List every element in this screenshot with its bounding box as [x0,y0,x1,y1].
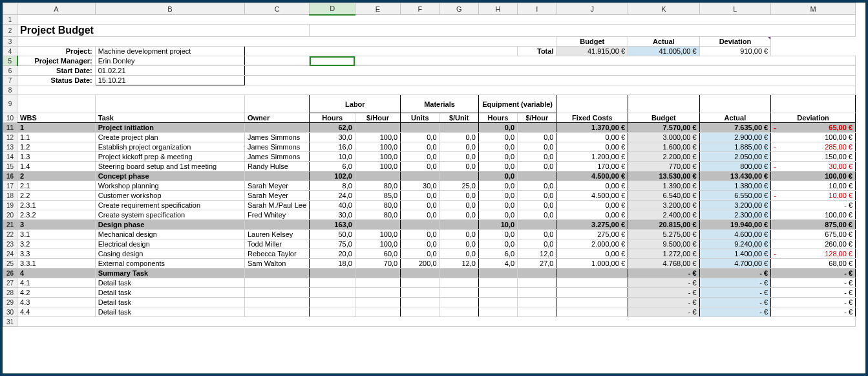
cell-wbs[interactable]: 3.1 [17,230,96,239]
cell-task[interactable]: Steering board setup and 1st meeting [95,162,244,171]
cell-deviation[interactable]: - € [771,269,856,278]
cell-task[interactable]: Detail task [95,298,244,307]
cell-fixed[interactable] [556,298,628,307]
cell-units[interactable] [401,220,439,230]
cell-budget[interactable]: 1.272,00 € [628,249,700,259]
table-row[interactable]: 202.3.2Create system specificationFred W… [3,210,856,220]
cell-deviation[interactable]: - € [771,307,856,317]
cell-labor-hours[interactable] [310,288,355,298]
cell-fixed[interactable]: 170,00 € [556,162,628,171]
col-A[interactable]: A [17,3,96,15]
cell-equip-hours[interactable]: 0,0 [478,162,517,171]
cell-equip-rate[interactable]: 0,0 [518,239,556,249]
cell-labor-rate[interactable]: 85,0 [355,191,400,201]
cell-units[interactable] [401,298,439,307]
cell-budget[interactable]: 2.400,00 € [628,210,700,220]
cell-equip-hours[interactable]: 4,0 [478,259,517,269]
cell-budget[interactable]: 6.540,00 € [628,191,700,201]
cell-actual[interactable]: - € [699,278,771,288]
cell-labor-rate[interactable]: 80,0 [355,181,400,191]
cell-labor-rate[interactable]: 80,0 [355,210,400,220]
cell-fixed[interactable]: 4.500,00 € [556,171,628,181]
cell-equip-rate[interactable]: 0,0 [518,210,556,220]
table-row[interactable]: 213Design phase163,010,03.275,00 €20.815… [3,220,856,230]
cell-task[interactable]: Workshop planning [95,181,244,191]
cell-wbs[interactable]: 4.3 [17,298,96,307]
cell-equip-hours[interactable]: 0,0 [478,181,517,191]
cell-labor-hours[interactable] [310,307,355,317]
row-24[interactable]: 24 [3,249,17,259]
cell-task[interactable]: Project initiation [95,123,244,133]
row-5[interactable]: 5 [3,56,17,66]
cell-deviation[interactable]: - € [771,288,856,298]
cell-budget[interactable]: 3.000,00 € [628,133,700,142]
cell-equip-rate[interactable]: 0,0 [518,162,556,171]
table-row[interactable]: 192.3.1Create requirement specificationS… [3,201,856,210]
cell-budget[interactable]: 2.200,00 € [628,152,700,162]
cell-wbs[interactable]: 2.3.1 [17,201,96,210]
cell-equip-hours[interactable] [478,288,517,298]
cell-deviation[interactable]: - € [771,278,856,288]
cell-actual[interactable]: 2.900,00 € [699,133,771,142]
cell-labor-hours[interactable]: 62,0 [310,123,355,133]
active-cell[interactable] [310,56,355,66]
cell-equip-hours[interactable]: 0,0 [478,133,517,142]
table-row[interactable]: 253.3.1External componentsSam Walton18,0… [3,259,856,269]
cell-unit-rate[interactable]: 0,0 [439,210,478,220]
cell-actual[interactable]: - € [699,269,771,278]
cell-owner[interactable] [244,171,310,181]
cell-unit-rate[interactable] [439,171,478,181]
cell-owner[interactable]: Sarah M./Paul Lee [244,201,310,210]
cell-labor-rate[interactable] [355,298,400,307]
cell-equip-hours[interactable]: 10,0 [478,220,517,230]
cell-equip-hours[interactable]: 6,0 [478,249,517,259]
cell-fixed[interactable]: 1.000,00 € [556,259,628,269]
cell-deviation[interactable]: 68,00 € [771,259,856,269]
row-8[interactable]: 8 [3,85,17,95]
row-4[interactable]: 4 [3,47,17,56]
cell-equip-rate[interactable]: 0,0 [518,152,556,162]
cell-labor-hours[interactable]: 163,0 [310,220,355,230]
cell-actual[interactable]: - € [699,307,771,317]
row-18[interactable]: 18 [3,191,17,201]
cell-fixed[interactable]: 0,00 € [556,201,628,210]
cell-unit-rate[interactable]: 0,0 [439,162,478,171]
cell-actual[interactable]: 13.430,00 € [699,171,771,181]
cell-owner[interactable] [244,288,310,298]
row-30[interactable]: 30 [3,307,17,317]
cell-task[interactable]: Summary Task [95,269,244,278]
cell-task[interactable]: Create system specification [95,210,244,220]
cell-owner[interactable]: Randy Hulse [244,162,310,171]
cell-task[interactable]: Detail task [95,307,244,317]
cell-unit-rate[interactable] [439,307,478,317]
cell-labor-hours[interactable]: 75,0 [310,239,355,249]
cell-task[interactable]: Electrical design [95,239,244,249]
cell-task[interactable]: Mechanical design [95,230,244,239]
cell-equip-hours[interactable]: 0,0 [478,142,517,152]
cell-labor-hours[interactable] [310,269,355,278]
cell-budget[interactable]: 9.500,00 € [628,239,700,249]
cell-fixed[interactable] [556,278,628,288]
cell-wbs[interactable]: 4.4 [17,307,96,317]
col-F[interactable]: F [401,3,439,15]
cell-task[interactable]: Casing design [95,249,244,259]
cell-labor-hours[interactable] [310,298,355,307]
cell-wbs[interactable]: 3 [17,220,96,230]
cell-wbs[interactable]: 1.1 [17,133,96,142]
cell-labor-hours[interactable] [310,278,355,288]
cell-owner[interactable] [244,220,310,230]
row-13[interactable]: 13 [3,142,17,152]
cell-wbs[interactable]: 1.2 [17,142,96,152]
cell-labor-hours[interactable]: 16,0 [310,142,355,152]
cell-fixed[interactable]: 0,00 € [556,210,628,220]
cell-wbs[interactable]: 2.1 [17,181,96,191]
table-row[interactable]: 274.1Detail task- €- €- € [3,278,856,288]
cell-actual[interactable]: 7.635,00 € [699,123,771,133]
cell-wbs[interactable]: 4.1 [17,278,96,288]
cell-labor-rate[interactable]: 100,0 [355,152,400,162]
cell-labor-rate[interactable]: 100,0 [355,239,400,249]
cell-labor-rate[interactable] [355,171,400,181]
row-21[interactable]: 21 [3,220,17,230]
cell-wbs[interactable]: 1.3 [17,152,96,162]
row-2[interactable]: 2 [3,25,17,37]
